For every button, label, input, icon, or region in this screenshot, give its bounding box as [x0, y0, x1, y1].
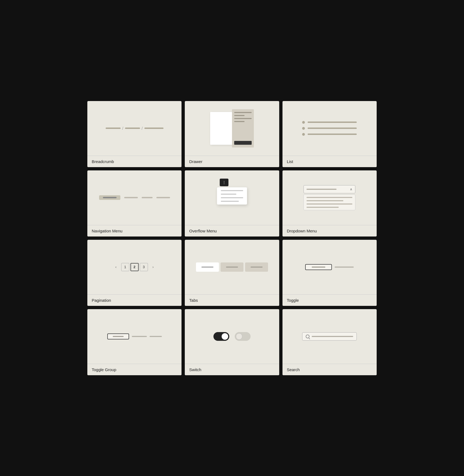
navigation-menu-label: Navigation Menu [87, 225, 182, 236]
nav-active-label [103, 197, 117, 198]
drawer-line-2 [234, 115, 245, 116]
toggle-item-1-active[interactable] [305, 264, 332, 270]
toggle-label: Toggle [282, 294, 377, 306]
overflow-menu-demo: ⋮ [214, 179, 250, 217]
nav-item-2[interactable] [124, 197, 138, 198]
overflow-menu-item-3[interactable] [221, 197, 243, 198]
overflow-menu-label: Overflow Menu [185, 225, 279, 236]
tab-label-1 [201, 267, 213, 268]
dropdown-menu-demo: ∧ [304, 185, 355, 210]
list-line-3 [308, 134, 357, 135]
toggle-item-2[interactable] [335, 267, 354, 268]
dropdown-trigger[interactable]: ∧ [304, 185, 355, 193]
navigation-menu-demo [99, 195, 170, 200]
overflow-menu-preview: ⋮ [185, 170, 279, 225]
card-toggle-group: Toggle Group [87, 309, 182, 375]
breadcrumb-separator-2: / [142, 126, 143, 131]
pagination-preview: ‹ 1 2 3 › [87, 240, 182, 294]
drawer-line-3 [234, 118, 252, 119]
toggle-group-demo [107, 333, 162, 339]
pagination-next-button[interactable]: › [149, 263, 157, 271]
nav-item-active[interactable] [99, 195, 120, 200]
tabs-demo [196, 262, 268, 272]
chevron-up-icon: ∧ [350, 187, 352, 191]
switch-thumb-on [222, 333, 228, 340]
toggle-group-preview [87, 309, 182, 364]
search-box[interactable] [302, 332, 357, 341]
breadcrumb-segment-3 [144, 128, 163, 129]
toggle-preview [282, 240, 377, 294]
card-switch: Switch [185, 309, 279, 375]
overflow-menu-item-2[interactable] [221, 194, 236, 195]
dropdown-panel [304, 194, 355, 210]
toggle-group-item-1[interactable] [107, 333, 129, 339]
overflow-trigger-button[interactable]: ⋮ [220, 179, 228, 186]
tabs-preview [185, 240, 279, 294]
switch-label: Switch [185, 364, 279, 375]
drawer-panel [232, 109, 254, 147]
card-search: Search [282, 309, 377, 375]
tab-item-3[interactable] [245, 262, 268, 272]
card-toggle: Toggle [282, 240, 377, 306]
drawer-demo [210, 109, 254, 147]
dropdown-option-2[interactable] [307, 200, 343, 201]
pagination-demo: ‹ 1 2 3 › [112, 263, 157, 271]
dropdown-option-3[interactable] [307, 203, 352, 205]
drawer-preview [185, 101, 279, 156]
toggle-label-1 [312, 267, 325, 268]
overflow-menu-item-4[interactable] [221, 201, 239, 202]
breadcrumb-preview: / / [87, 101, 182, 156]
card-pagination: ‹ 1 2 3 › Pagination [87, 240, 182, 306]
overflow-menu-item-1[interactable] [221, 190, 243, 191]
list-dot-2 [302, 127, 305, 130]
pagination-page-1[interactable]: 1 [121, 263, 129, 271]
card-list: List [282, 101, 377, 167]
toggle-group-item-2[interactable] [132, 336, 147, 337]
toggle-group-label: Toggle Group [87, 364, 182, 375]
dropdown-selected-value [307, 189, 337, 190]
dropdown-menu-preview: ∧ [282, 170, 377, 225]
search-icon [306, 335, 310, 338]
breadcrumb-segment-2 [125, 128, 140, 129]
list-preview [282, 101, 377, 156]
card-overflow-menu: ⋮ Overflow Menu [185, 170, 279, 236]
pagination-page-3[interactable]: 3 [140, 263, 148, 271]
pagination-prev-button[interactable]: ‹ [112, 263, 120, 271]
tab-label-3 [251, 267, 263, 268]
pagination-label: Pagination [87, 294, 182, 306]
pagination-page-2[interactable]: 2 [130, 263, 139, 271]
drawer-line-1 [234, 112, 252, 113]
toggle-group-item-3[interactable] [150, 336, 162, 337]
list-dot-3 [302, 133, 305, 136]
search-preview [282, 309, 377, 364]
tab-item-1[interactable] [196, 262, 219, 272]
card-dropdown-menu: ∧ Dropdown Menu [282, 170, 377, 236]
overflow-menu-panel [217, 187, 247, 205]
breadcrumb-segment-1 [106, 128, 121, 129]
switch-thumb-off [236, 333, 242, 340]
switch-preview [185, 309, 279, 364]
component-grid: / / Breadcrumb Drawer [87, 101, 377, 375]
nav-item-4[interactable] [156, 197, 170, 198]
dropdown-option-4[interactable] [307, 207, 339, 208]
tabs-label: Tabs [185, 294, 279, 306]
tab-item-2[interactable] [221, 262, 243, 272]
search-demo [302, 332, 357, 341]
list-label: List [282, 156, 377, 167]
nav-item-3[interactable] [142, 197, 153, 198]
drawer-label: Drawer [185, 156, 279, 167]
list-demo [302, 121, 357, 136]
drawer-button[interactable] [234, 141, 252, 145]
dropdown-menu-label: Dropdown Menu [282, 225, 377, 236]
dropdown-option-1[interactable] [307, 197, 352, 198]
list-item [302, 127, 357, 130]
tab-label-2 [226, 267, 238, 268]
card-navigation-menu: Navigation Menu [87, 170, 182, 236]
card-tabs: Tabs [185, 240, 279, 306]
list-item [302, 133, 357, 136]
switch-on[interactable] [213, 332, 229, 341]
drawer-line-4 [234, 121, 245, 122]
switch-off[interactable] [235, 332, 251, 341]
search-input-placeholder [312, 336, 353, 337]
list-dot-1 [302, 121, 305, 124]
